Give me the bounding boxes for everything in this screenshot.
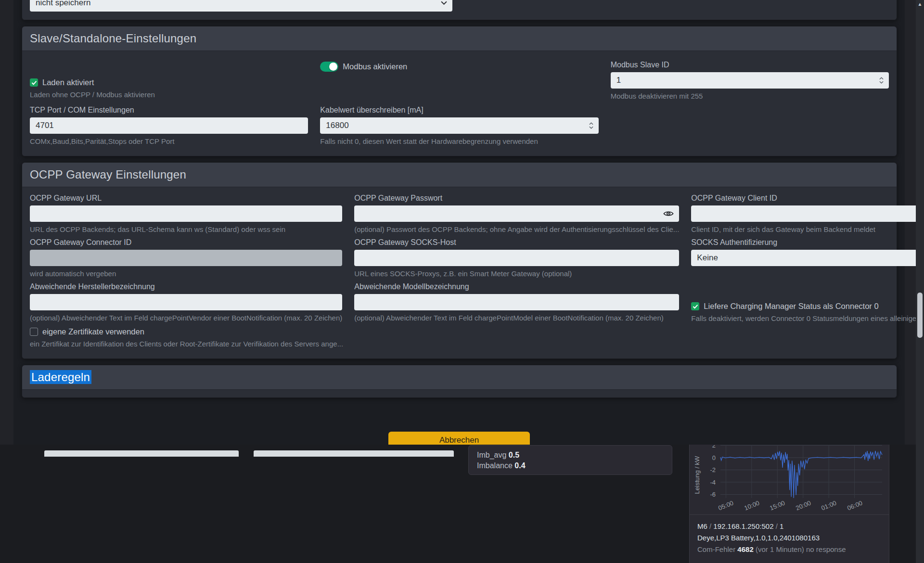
ocpp-url-field: OCPP Gateway URL URL des OCPP Backends; … [30,194,342,233]
check-icon [31,80,37,85]
kabelwert-field: Kabelwert überschreiben [mA] Falls nicht… [320,106,598,145]
socks-host-field: OCPP Gateway SOCKS-Host URL eines SOCKS-… [354,238,679,278]
connector0-label: Liefere Charging Manager Status als Conn… [704,302,878,311]
tcp-port-input[interactable] [30,117,308,134]
zertifikate-label: eigene Zertifikate verwenden [42,327,144,336]
modell-help: (optional) Abweichender Text im Feld cha… [354,314,679,322]
connector0-field: Liefere Charging Manager Status als Conn… [691,302,924,322]
ocpp-client-id-input[interactable] [691,205,924,222]
number-stepper-icon[interactable] [589,122,593,129]
modbus-slave-id-help: Modbus deaktivieren mit 255 [611,92,889,100]
laderegeln-title-selected: Laderegeln [30,370,91,384]
laden-aktiviert-help: Laden ohne OCPP / Modbus aktivieren [30,90,308,99]
eye-icon[interactable] [663,210,674,218]
meter-tile: 0-2-4-62Leistung / kW 05:0010:0015:0020:… [689,445,889,563]
y-tick-label: -2 [710,466,716,473]
chart-line [720,451,882,498]
ocpp-url-label: OCPP Gateway URL [30,194,342,203]
connector0-help: Falls deaktiviert, werden Connector 0 St… [691,314,924,322]
socks-auth-value: Keine [697,253,718,263]
ocpp-url-help: URL des OCPP Backends; das URL-Schema ka… [30,225,342,233]
x-tick-label: 15:00 [769,499,786,512]
ocpp-gateway-title: OCPP Gateway Einstellungen [22,163,897,187]
slave-standalone-title: Slave/Standalone-Einstellungen [22,26,897,51]
ocpp-url-input[interactable] [30,205,342,222]
tcp-port-help: COMx,Baud,Bits,Parität,Stops oder TCP Po… [30,137,308,145]
imbalance-label: Imbalance [477,461,513,470]
hersteller-input[interactable] [30,294,342,310]
x-tick-label: 06:00 [846,499,863,512]
ocpp-client-id-label: OCPP Gateway Client ID [691,194,924,203]
settings-form: nicht speichern Slave/Standalone-Einstel… [13,0,905,445]
ocpp-connector-id-label: OCPP Gateway Connector ID [30,238,342,247]
laderegeln-header: Laderegeln [22,365,897,390]
modbus-slave-id-field: Modbus Slave ID Modbus deaktivieren mit … [611,61,889,100]
socks-auth-field: SOCKS Authentifizierung Keine [691,238,924,278]
laden-aktiviert-checkbox[interactable] [30,78,38,87]
ocpp-passwort-label: OCPP Gateway Passwort [354,194,679,203]
imb-avg-label: Imb_avg [477,451,506,459]
x-tick-label: 05:00 [718,499,735,512]
modbus-toggle-label: Modbus aktivieren [343,62,407,71]
modbus-slave-id-input[interactable] [611,72,889,89]
y-tick-label: -6 [710,491,716,498]
socks-host-label: OCPP Gateway SOCKS-Host [354,238,679,247]
save-mode-select[interactable]: nicht speichern [30,0,452,12]
laden-aktiviert-label: Laden aktiviert [42,78,94,87]
toggle-knob-icon [329,63,337,71]
meter-chart-svg: 0-2-4-62Leistung / kW [693,445,886,500]
socks-auth-select[interactable]: Keine [691,250,924,266]
meter-id: M6 [697,522,707,530]
com-error-detail: (vor 1 Minuten) no response [756,545,846,553]
meter-error-row: Com-Fehler 4682 (vor 1 Minuten) no respo… [697,544,889,555]
modbus-toggle[interactable] [320,62,338,72]
ocpp-passwort-help: (optional) Passwort des OCPP Backends; o… [354,225,679,233]
save-mode-value: nicht speichern [36,0,90,8]
kabelwert-help: Falls nicht 0, diesen Wert statt der Har… [320,137,598,145]
ocpp-connector-id-field: OCPP Gateway Connector ID wird automatis… [30,238,342,278]
ocpp-passwort-input[interactable] [354,205,679,222]
y-tick-label: 2 [712,445,716,449]
scrollbar-thumb[interactable] [917,293,923,338]
clipped-input-bar [44,450,239,457]
socks-host-help: URL eines SOCKS-Proxys, z.B. ein Smart M… [354,269,679,278]
imbalance-value: 0.4 [514,461,525,470]
scroll-up-arrow-icon[interactable]: ▲ [916,1,924,7]
modell-field: Abweichende Modellbezeichnung (optional)… [354,282,679,322]
x-tick-label: 20:00 [795,499,812,512]
com-error-label: Com-Fehler [697,545,735,553]
x-tick-label: 10:00 [743,499,760,512]
clipped-input-bar [254,450,454,457]
imb-avg-value: 0.5 [509,451,519,459]
kabelwert-input[interactable] [320,117,598,134]
y-axis-label: Leistung / kW [693,456,701,494]
vertical-scrollbar[interactable]: ▲ [916,0,924,563]
slave-standalone-panel: Slave/Standalone-Einstellungen Laden akt… [22,26,897,156]
ocpp-client-id-help: Client ID, mit der sich das Gateway beim… [691,225,924,233]
socks-host-input[interactable] [354,250,679,266]
socks-auth-label: SOCKS Authentifizierung [691,238,924,247]
zertifikate-checkbox[interactable] [30,328,38,336]
check-icon [693,304,698,309]
settings-page: nicht speichern Slave/Standalone-Einstel… [0,0,924,563]
imbalance-row: Imbalance 0.4 [477,461,672,471]
imbalance-tile: Imb_avg 0.5 Imbalance 0.4 [468,445,672,475]
tcp-port-field: TCP Port / COM Einstellungen COMx,Baud,B… [30,106,308,145]
tcp-port-label: TCP Port / COM Einstellungen [30,106,308,115]
chevron-down-icon [441,1,447,5]
number-stepper-icon[interactable] [879,77,884,84]
ocpp-passwort-field: OCPP Gateway Passwort (optional) Passwor… [354,194,679,233]
ocpp-client-id-field: OCPP Gateway Client ID Client ID, mit de… [691,194,924,233]
laden-aktiviert-field: Laden aktiviert Laden ohne OCPP / Modbus… [30,61,308,100]
dashboard-background: Imb_avg 0.5 Imbalance 0.4 0-2-4-62Leistu… [0,445,924,563]
connector0-checkbox[interactable] [691,302,699,310]
x-axis-labels: 05:0010:0015:0020:0001:0006:00 [693,501,886,513]
y-tick-label: 0 [712,454,716,461]
modbus-slave-id-label: Modbus Slave ID [611,61,889,69]
meter-device-row: Deye,LP3 Battery,1.0,1.0,2401080163 [697,532,889,544]
zertifikate-help: ein Zertifikat zur Identifikation des Cl… [30,340,679,348]
ocpp-connector-id-help: wird automatisch vergeben [30,269,342,278]
imb-avg-row: Imb_avg 0.5 [477,450,672,461]
modell-input[interactable] [354,294,679,310]
zertifikate-field: eigene Zertifikate verwenden ein Zertifi… [30,327,679,348]
